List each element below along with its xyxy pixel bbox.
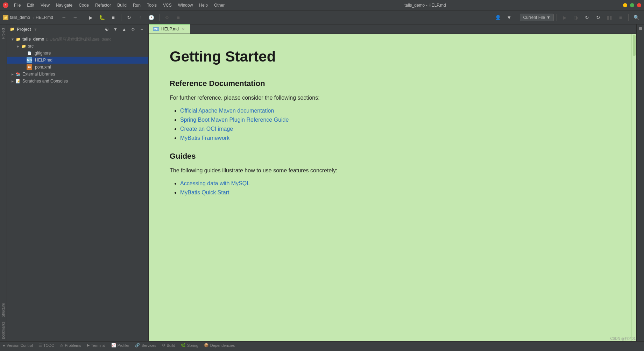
toolbar-sep-7: [628, 14, 629, 21]
stop-config-button[interactable]: ■: [616, 13, 625, 22]
tab-label: HELP.md: [161, 27, 179, 31]
tree-pomxml[interactable]: m pom.xml: [7, 64, 148, 71]
titlebar: J File Edit View Navigate Code Refactor …: [0, 0, 644, 10]
scratches-expand-arrow[interactable]: ►: [10, 79, 15, 83]
current-file-dropdown[interactable]: Current File ▼: [520, 14, 554, 21]
menu-tools[interactable]: Tools: [144, 2, 160, 8]
menu-refactor[interactable]: Refactor: [92, 2, 114, 8]
panel-action-settings[interactable]: ⚙: [129, 26, 137, 33]
ref-doc-link-1: Official Apache Maven documentation: [180, 108, 610, 114]
toolbar-sep-2: [83, 14, 83, 21]
ref-doc-intro: For further reference, please consider t…: [170, 94, 610, 102]
menu-edit[interactable]: Edit: [24, 2, 37, 8]
minimize-button[interactable]: [623, 3, 627, 7]
statusbar-services[interactable]: 🔗 Services: [135, 343, 156, 348]
accessing-data-mysql-link[interactable]: Accessing data with MySQL: [180, 180, 250, 186]
menu-view[interactable]: View: [38, 2, 52, 8]
coverage-button[interactable]: ■: [108, 13, 118, 22]
scratches-label: Scratches and Consoles: [22, 79, 68, 84]
statusbar-build[interactable]: ⚙ Build: [162, 343, 175, 348]
profile-button[interactable]: ▼: [504, 13, 514, 22]
menu-run[interactable]: Run: [130, 2, 143, 8]
structure-side-tab[interactable]: Structure: [1, 301, 6, 320]
window-title: tails_demo - HELP.md: [404, 3, 446, 8]
ref-doc-link-2: Spring Boot Maven Plugin Reference Guide: [180, 117, 610, 123]
statusbar-problems[interactable]: ⚠ Problems: [60, 343, 81, 348]
panel-action-collapse[interactable]: ▼: [112, 26, 119, 33]
menu-help[interactable]: Help: [196, 2, 211, 8]
menu-navigate[interactable]: Navigate: [53, 2, 75, 8]
breadcrumb-file: HELP.md: [36, 15, 53, 20]
statusbar-profiler[interactable]: 📈 Profiler: [111, 343, 130, 348]
tree-root[interactable]: ▼ 📁 tails_demo D:\Java黑马课程\北游\后端\tails_d…: [7, 36, 148, 43]
spring-boot-maven-link[interactable]: Spring Boot Maven Plugin Reference Guide: [180, 117, 289, 123]
oci-image-link[interactable]: Create an OCI image: [180, 126, 233, 132]
breadcrumb-separator: ›: [33, 15, 34, 20]
statusbar-version-control[interactable]: ● Version Control: [3, 343, 33, 348]
git-update-button[interactable]: ↻: [124, 13, 134, 22]
stop-button[interactable]: ■: [174, 13, 183, 22]
build-config-button[interactable]: ◑: [571, 13, 581, 22]
editor-scrollbar[interactable]: [631, 34, 636, 341]
menu-code[interactable]: Code: [76, 2, 92, 8]
maximize-button[interactable]: [630, 3, 634, 7]
menu-vcs[interactable]: VCS: [160, 2, 175, 8]
src-folder-icon: 📁: [21, 43, 27, 49]
build-button[interactable]: ⚙: [162, 13, 172, 22]
dependencies-icon: 📦: [204, 343, 209, 348]
menu-window[interactable]: Window: [175, 2, 196, 8]
window-controls: [623, 3, 641, 7]
statusbar-todo[interactable]: ☰ TODO: [38, 343, 55, 348]
mybatis-quickstart-link[interactable]: MyBatis Quick Start: [180, 189, 229, 195]
tree-src[interactable]: ► 📁 src: [7, 43, 148, 50]
statusbar-dependencies[interactable]: 📦 Dependencies: [204, 343, 235, 348]
extlib-expand-arrow[interactable]: ►: [10, 72, 15, 76]
apache-maven-link[interactable]: Official Apache Maven documentation: [180, 108, 274, 114]
panel-dropdown-arrow[interactable]: ▼: [34, 27, 37, 31]
tab-help-md[interactable]: MD HELP.md ✕: [149, 24, 190, 34]
pause-button[interactable]: ▮▮: [604, 13, 614, 22]
menu-build[interactable]: Build: [114, 2, 129, 8]
tree-gitignore[interactable]: 📄 .gitignore: [7, 50, 148, 57]
file-tree: ▼ 📁 tails_demo D:\Java黑马课程\北游\后端\tails_d…: [7, 34, 148, 341]
git-push-button[interactable]: ↑: [135, 13, 145, 22]
src-label: src: [28, 44, 34, 49]
menu-file[interactable]: File: [11, 2, 23, 8]
bookmarks-side-tab[interactable]: Bookmarks: [1, 320, 6, 341]
editor-content[interactable]: Getting Started Reference Documentation …: [149, 34, 631, 341]
current-file-label: Current File: [523, 15, 545, 20]
tree-help-md[interactable]: MD HELP.md: [7, 57, 148, 64]
scrollbar-thumb[interactable]: [633, 35, 636, 56]
statusbar-terminal[interactable]: ▶ Terminal: [87, 343, 106, 348]
tree-external-libs[interactable]: ► 📚 External Libraries: [7, 71, 148, 78]
panel-action-scope[interactable]: ☯: [103, 26, 111, 33]
tree-scratches[interactable]: ► 📝 Scratches and Consoles: [7, 78, 148, 85]
guides-intro: The following guides illustrate how to u…: [170, 166, 610, 175]
close-button[interactable]: [637, 3, 641, 7]
toolbar-sep-6: [557, 14, 557, 21]
panel-header: 📁 Project ▼ ☯ ▼ ▲ ⚙ −: [7, 24, 148, 34]
panel-action-minimize[interactable]: −: [138, 26, 146, 33]
panel-title: Project ▼: [17, 27, 101, 32]
root-expand-arrow[interactable]: ▼: [10, 37, 15, 41]
debug-button[interactable]: 🐛: [97, 13, 107, 22]
project-panel: 📁 Project ▼ ☯ ▼ ▲ ⚙ − ▼ 📁 tails_demo D:\…: [7, 24, 149, 341]
mybatis-framework-link[interactable]: MyBatis Framework: [180, 135, 229, 141]
statusbar-spring[interactable]: 🌿 Spring: [181, 343, 198, 348]
menu-other[interactable]: Other: [211, 2, 227, 8]
panel-action-expand[interactable]: ▲: [120, 26, 128, 33]
extlib-label: External Libraries: [22, 72, 55, 77]
src-expand-arrow[interactable]: ►: [15, 44, 21, 48]
reload-button[interactable]: ↻: [593, 13, 603, 22]
run-config-button[interactable]: ▶: [560, 13, 569, 22]
git-history-button[interactable]: 🕑: [147, 13, 156, 22]
project-side-tab[interactable]: Project: [1, 26, 6, 41]
back-button[interactable]: ←: [59, 13, 69, 22]
forward-button[interactable]: →: [70, 13, 80, 22]
tab-close-button[interactable]: ✕: [181, 27, 186, 31]
todo-icon: ☰: [38, 343, 42, 348]
rerun-button[interactable]: ↻: [582, 13, 592, 22]
user-button[interactable]: 👤: [493, 13, 503, 22]
run-button[interactable]: ▶: [86, 13, 96, 22]
search-everywhere-button[interactable]: 🔍: [631, 13, 641, 22]
